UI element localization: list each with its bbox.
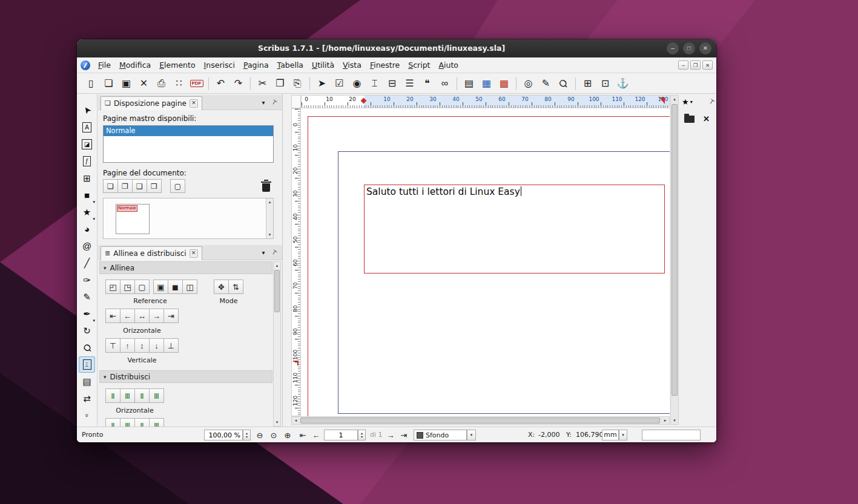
undo-button[interactable]: ↶ — [213, 76, 229, 92]
page-number-input[interactable] — [324, 430, 358, 440]
pdf-combo-box-button[interactable]: ⊟ — [384, 76, 400, 92]
next-page-button[interactable]: → — [384, 429, 397, 441]
insert-master-page-button[interactable]: ▢ — [170, 179, 185, 193]
add-page-button[interactable]: ❏ — [103, 179, 118, 193]
scrollbar-thumb[interactable] — [300, 417, 660, 424]
delete-page-button[interactable] — [258, 178, 274, 194]
zoom-100-button[interactable]: ⊙ — [268, 429, 280, 441]
preflight-verifier-button[interactable]: ∷ — [171, 76, 187, 92]
scroll-up-arrow[interactable]: ▴ — [274, 262, 280, 269]
align-relative-guide-button[interactable]: ◫ — [182, 280, 197, 294]
more-tools-chevron[interactable]: » — [79, 407, 95, 424]
story-editor-tool[interactable]: ▤ — [79, 373, 95, 390]
distribute-bottoms-button[interactable]: Ⅱ — [134, 418, 150, 427]
distribute-tops-button[interactable]: Ⅱ — [105, 418, 120, 427]
previous-page-button[interactable]: ← — [310, 429, 322, 441]
zoom-level-input[interactable] — [204, 430, 243, 440]
unit-selector[interactable]: mm — [602, 430, 619, 440]
zoom-stepper[interactable]: ▴ ▾ — [243, 430, 251, 440]
search-replace-button[interactable]: Ϙ — [555, 76, 572, 92]
align-mode-resize-button[interactable]: ⇅ — [228, 280, 243, 294]
pdf-radio-button[interactable]: ◉ — [349, 76, 365, 92]
export-pdf-button[interactable]: PDF — [188, 76, 205, 92]
align-h-anchor-left-button[interactable]: ⇤ — [105, 309, 120, 323]
pages-panel-pin-button[interactable]: ⊤ — [266, 94, 282, 110]
distribute-gaps-v-button[interactable]: Ⅲ — [149, 418, 164, 427]
insert-table-tool[interactable]: ⊞ — [79, 170, 95, 186]
align-mode-move-button[interactable]: ✥ — [214, 280, 229, 294]
duplicate-page-button[interactable]: ❑ — [132, 179, 147, 193]
ruler-origin-corner[interactable] — [291, 95, 301, 108]
import-page-button[interactable]: ❐ — [117, 179, 133, 193]
dock-pin-button[interactable]: ⊤ — [708, 97, 716, 106]
align-v-anchor-top-button[interactable]: ⊤ — [105, 338, 120, 353]
first-page-button[interactable]: ⇤ — [297, 429, 309, 441]
menu-finestre[interactable]: Finestre — [366, 58, 404, 72]
menu-tabella[interactable]: Tabella — [273, 58, 308, 72]
last-page-button[interactable]: ⇥ — [398, 429, 410, 441]
edit-text-button[interactable]: ✎ — [538, 76, 554, 92]
insert-render-frame-tool[interactable]: ƒ — [79, 153, 95, 169]
layer-selector[interactable]: Sfondo — [414, 430, 467, 440]
menu-pagina[interactable]: Pagina — [239, 58, 273, 72]
close-document-button[interactable]: ✕ — [136, 76, 152, 92]
distribute-centers-h-button[interactable]: Ⅲ — [120, 388, 135, 403]
save-document-button[interactable]: ▣ — [118, 76, 134, 92]
align-bottoms-button[interactable]: ↓ — [149, 338, 164, 353]
pdf-list-box-button[interactable]: ☰ — [401, 76, 418, 92]
text-frame[interactable]: Saluto tutti i lettori di Linux Easy — [364, 185, 665, 273]
distribute-centers-v-button[interactable]: Ⅲ — [120, 418, 135, 427]
align-section-header[interactable]: ▾ Allinea — [99, 261, 272, 274]
open-document-button[interactable]: ❏ — [101, 76, 117, 92]
tab-ruler-end-marker[interactable] — [659, 97, 665, 104]
copy-button[interactable]: ❐ — [272, 76, 288, 92]
scrollbar-thumb[interactable] — [274, 270, 280, 312]
window-maximize-button[interactable]: □ — [683, 42, 695, 54]
window-minimize-button[interactable]: – — [667, 42, 679, 54]
move-page-button[interactable]: ❒ — [147, 179, 162, 193]
align-centers-v-button[interactable]: ↕ — [134, 338, 150, 353]
redo-button[interactable]: ↷ — [230, 76, 246, 92]
horizontal-ruler[interactable]: 01020 102030405060708090100110120130 — [301, 95, 670, 108]
menu-script[interactable]: Script — [404, 58, 434, 72]
distribute-right-sides-button[interactable]: Ⅱ — [134, 388, 150, 403]
menu-aiuto[interactable]: Aiuto — [435, 58, 463, 72]
align-relative-page-button[interactable]: ▢ — [134, 280, 150, 294]
pages-tab-close-button[interactable]: ✕ — [190, 99, 198, 108]
master-page-item[interactable]: Normale — [104, 126, 273, 136]
scroll-down-arrow[interactable]: ▾ — [266, 231, 273, 238]
insert-freehand-tool[interactable]: ✎ — [79, 289, 95, 305]
layer-dropdown-button[interactable]: ▾ — [467, 430, 476, 440]
link-text-frames-tool[interactable]: ⇄ — [79, 390, 95, 407]
scroll-up-arrow[interactable]: ▴ — [266, 198, 273, 206]
align-tab-close-button[interactable]: ✕ — [190, 249, 198, 258]
page-stepper[interactable]: ▴ ▾ — [358, 430, 366, 440]
align-left-sides-button[interactable]: ← — [120, 309, 135, 323]
manage-images-button[interactable]: ▤ — [461, 76, 477, 92]
insert-table-button[interactable]: ⊞ — [579, 76, 596, 92]
insert-bezier-tool[interactable]: ✑ — [79, 272, 95, 288]
paste-button[interactable]: ⎘ — [289, 76, 306, 92]
scroll-left-arrow[interactable]: ◂ — [292, 417, 300, 424]
picture-browser-button[interactable]: ▦ — [478, 76, 495, 92]
insert-line-tool[interactable]: ╱ — [79, 255, 95, 271]
insert-calligraphic-tool[interactable]: ✒ — [79, 306, 95, 322]
align-tops-button[interactable]: ↑ — [120, 338, 135, 353]
zoom-out-button[interactable]: ⊖ — [254, 429, 266, 441]
title-bar[interactable]: Scribus 1.7.1 - [/home/linuxeasy/Documen… — [77, 39, 716, 57]
mdi-close-button[interactable]: ✕ — [702, 61, 713, 70]
pdf-link-annotation-button[interactable]: ∞ — [437, 76, 453, 92]
menu-elemento[interactable]: Elemento — [155, 58, 199, 72]
scroll-down-arrow[interactable]: ▾ — [671, 417, 678, 424]
canvas-vertical-scrollbar[interactable]: ▴ ▾ — [670, 95, 679, 425]
vertical-ruler[interactable]: 0102030405060708090100110120 — [291, 108, 301, 416]
unit-dropdown-button[interactable]: ▾ — [619, 430, 627, 440]
distribute-section-header[interactable]: ▾ Distribuisci — [99, 370, 272, 383]
edit-table-button[interactable]: ⊡ — [597, 76, 613, 92]
insert-shape-tool[interactable]: ■ — [79, 187, 95, 203]
menu-utilita[interactable]: Utilità — [308, 58, 338, 72]
insert-polygon-tool[interactable]: ★ — [79, 204, 95, 220]
mdi-minimize-button[interactable]: – — [678, 61, 688, 70]
align-relative-selection-button[interactable]: ◼ — [168, 280, 183, 294]
page-thumbnail[interactable]: Normale — [116, 204, 150, 234]
